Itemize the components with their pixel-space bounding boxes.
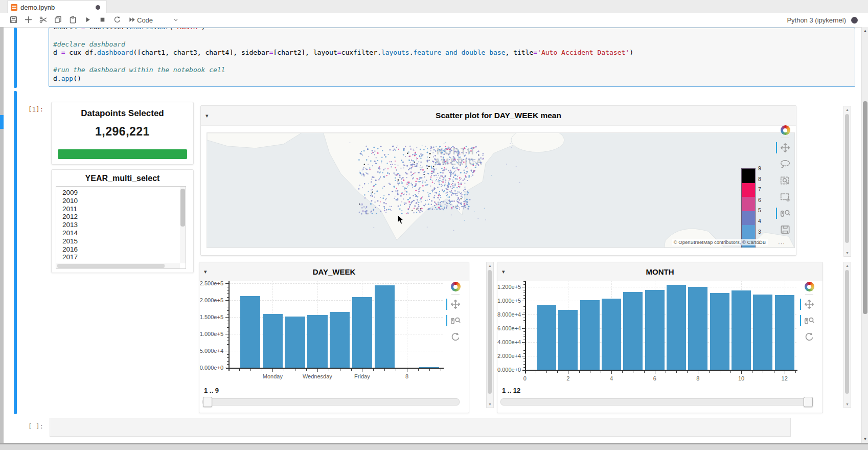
paste-icon[interactable]: [68, 15, 78, 25]
left-edge-strip: [0, 27, 4, 443]
year-option-2009[interactable]: 2009: [56, 189, 179, 197]
year-option-2010[interactable]: 2010: [56, 197, 179, 205]
bokeh-logo[interactable]: [805, 282, 814, 291]
bokeh-save-icon[interactable]: [780, 224, 791, 235]
month-chart-panel: ▾ MONTH 0.000e+02.000e+44.000e+46.000e+4…: [497, 262, 823, 413]
year-list-vscrollbar[interactable]: [180, 187, 186, 263]
bar: [602, 299, 621, 370]
year-option-2011[interactable]: 2011: [56, 205, 179, 213]
year-list-hscrollbar[interactable]: [56, 263, 180, 268]
slider-thumb[interactable]: [203, 397, 212, 407]
range-slider-label: 1 .. 12: [502, 387, 520, 394]
bar: [330, 312, 350, 368]
main-scrollbar-thumb[interactable]: [863, 101, 867, 314]
code-editor[interactable]: chart4 = cuxfilter.charts.bar('MONTH') #…: [49, 28, 855, 83]
toolbar-buttons: [9, 13, 137, 27]
kernel-name: Python 3 (ipykernel): [787, 16, 846, 24]
wheel-zoom-icon[interactable]: [450, 315, 461, 326]
map-plot-area[interactable]: NORTH AMERICA 987654321 © OpenStreetMap …: [207, 132, 795, 248]
input-collapser[interactable]: [14, 28, 17, 88]
bar: [710, 293, 729, 370]
month-plot[interactable]: 0.000e+02.000e+44.000e+46.000e+48.000e+4…: [497, 262, 823, 413]
bar: [688, 287, 707, 370]
cell-type-dropdown[interactable]: Code: [137, 13, 179, 27]
notebook-file-icon: [11, 4, 17, 11]
scatter-map-panel: ▾ Scatter plot for DAY_WEEK mean NORTH: [200, 105, 796, 256]
empty-input-prompt: [ ]:: [28, 422, 43, 430]
bokeh-logo[interactable]: [781, 125, 790, 135]
empty-code-cell[interactable]: [50, 418, 791, 437]
add-cell-icon[interactable]: [24, 15, 33, 25]
tab-title: demo.ipynb: [20, 4, 55, 11]
day-week-region-scrollbar[interactable]: ▲ ▼: [486, 262, 494, 408]
map-panel-title: Scatter plot for DAY_WEEK mean: [201, 111, 796, 120]
reset-icon[interactable]: [804, 331, 815, 343]
cut-icon[interactable]: [39, 15, 48, 25]
main-scrollbar[interactable]: ▲ ▼: [861, 27, 868, 443]
day-week-chart-panel: ▾ DAY_WEEK 0.000e+05.000e+41.000e+51.500…: [199, 262, 469, 413]
wheel-zoom-icon[interactable]: [780, 208, 791, 219]
chevron-down-icon: [172, 16, 179, 24]
bar: [753, 295, 772, 370]
year-option-2012[interactable]: 2012: [56, 213, 179, 221]
map-row-scrollbar[interactable]: ▲ ▼: [843, 106, 851, 257]
pan-icon[interactable]: [450, 299, 461, 310]
year-option-2017[interactable]: 2017: [56, 253, 179, 261]
bar: [307, 315, 327, 368]
wheel-zoom-icon[interactable]: [804, 315, 815, 326]
run-all-icon[interactable]: [128, 15, 137, 25]
stop-icon[interactable]: [98, 15, 107, 25]
cell-type-label: Code: [137, 16, 153, 24]
bokeh-logo[interactable]: [451, 282, 461, 291]
code-cell[interactable]: chart4 = cuxfilter.charts.bar('MONTH') #…: [49, 28, 855, 87]
year-select-listbox[interactable]: 200920102011201220132014201520162017: [56, 186, 186, 269]
year-option-2014[interactable]: 2014: [56, 229, 179, 237]
lasso-select-icon[interactable]: [780, 159, 791, 170]
bar: [580, 300, 600, 370]
datapoints-selected-card: Datapoints Selected 1,296,221: [51, 102, 194, 165]
year-option-2016[interactable]: 2016: [56, 245, 179, 254]
bar: [375, 285, 395, 368]
copy-icon[interactable]: [54, 15, 63, 25]
datapoints-progress-bar: [58, 149, 187, 159]
jupyterlab-window: demo.ipynb Code Python 3 (ipykernel) cha…: [0, 0, 868, 450]
reset-icon[interactable]: [450, 331, 461, 343]
box-zoom-icon[interactable]: [780, 175, 791, 186]
box-select-icon[interactable]: [780, 191, 791, 202]
month-region-scrollbar[interactable]: ▲ ▼: [843, 262, 851, 408]
day-week-plot[interactable]: 0.000e+05.000e+41.000e+51.500e+52.000e+5…: [199, 262, 469, 413]
year-multi-select-card: YEAR_multi_select 2009201020112012201320…: [51, 169, 194, 273]
bar: [285, 317, 305, 368]
kernel-indicator[interactable]: Python 3 (ipykernel): [787, 13, 858, 27]
save-icon[interactable]: [9, 15, 18, 25]
bokeh-toolbar-map: [778, 123, 793, 238]
pan-icon[interactable]: [804, 299, 815, 310]
bar: [732, 290, 751, 370]
bar: [352, 297, 372, 368]
tab-bar: demo.ipynb: [0, 0, 868, 13]
colorbar-tick-labels: 987654321: [758, 165, 768, 248]
year-option-2015[interactable]: 2015: [56, 237, 179, 245]
year-select-title: YEAR_multi_select: [52, 174, 193, 183]
slider-thumb[interactable]: [804, 397, 813, 407]
bar: [263, 314, 283, 368]
bar: [240, 296, 260, 368]
restart-icon[interactable]: [113, 15, 122, 25]
pan-icon[interactable]: [780, 142, 791, 153]
bokeh-toolbar-monthchart: [802, 280, 816, 345]
month-range-slider[interactable]: [500, 398, 813, 406]
attribution-more-icon[interactable]: ···: [778, 240, 785, 246]
datapoints-title: Datapoints Selected: [52, 108, 193, 119]
mouse-cursor: [397, 215, 406, 225]
world-map: NORTH AMERICA: [207, 133, 794, 248]
left-scroll-indicator: [0, 115, 4, 129]
bar: [645, 290, 665, 370]
year-option-2013[interactable]: 2013: [56, 221, 179, 229]
day-week-range-slider[interactable]: [202, 398, 460, 406]
notebook-toolbar: Code Python 3 (ipykernel): [0, 13, 868, 28]
tab-demo-ipynb[interactable]: demo.ipynb: [7, 1, 107, 13]
output-collapser[interactable]: [14, 91, 17, 414]
run-icon[interactable]: [83, 15, 93, 25]
bokeh-toolbar-daychart: [448, 280, 463, 345]
bar: [623, 292, 643, 370]
